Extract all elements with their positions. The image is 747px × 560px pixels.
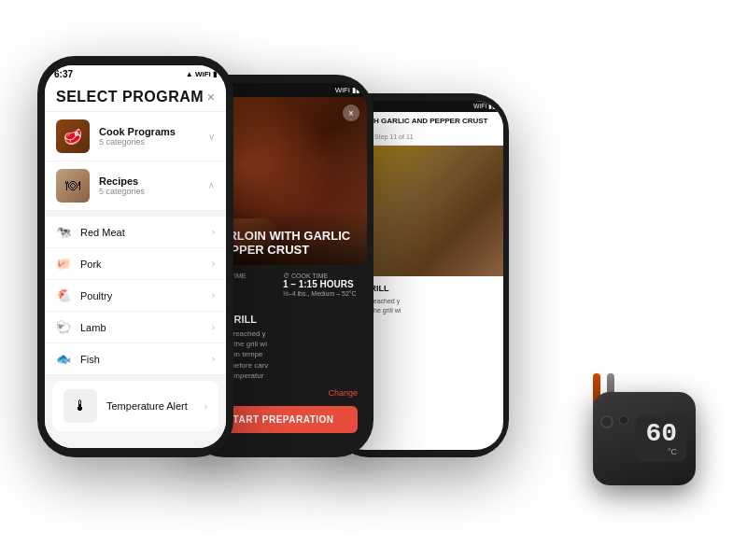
thermo-lens-2 bbox=[619, 415, 628, 425]
phone1-status-icons: ▲ WiFi ▮ bbox=[186, 70, 217, 78]
recipes-sub: 5 categories bbox=[99, 187, 208, 196]
cook-programs-item[interactable]: 🥩 Cook Programs 5 categories ∨ bbox=[45, 112, 226, 161]
fish-chevron: › bbox=[212, 354, 215, 364]
recipes-text: Recipes 5 categories bbox=[99, 175, 208, 196]
lamb-label: Lamb bbox=[80, 322, 212, 333]
recipe-close-icon: × bbox=[348, 108, 354, 119]
portion-info: ½–4 lbs., Medium – 52°C bbox=[283, 290, 358, 297]
red-meat-label: Red Meat bbox=[80, 227, 212, 238]
cook-programs-title: Cook Programs bbox=[99, 126, 208, 137]
lamb-item[interactable]: 🐑 Lamb › bbox=[45, 312, 226, 343]
cook-programs-sub: 5 categories bbox=[99, 137, 208, 147]
temp-alert-chevron: › bbox=[204, 401, 207, 412]
cook-programs-text: Cook Programs 5 categories bbox=[99, 126, 208, 147]
temp-alert-icon: 🌡 bbox=[63, 389, 97, 423]
phone1-screen: 6:37 ▲ WiFi ▮ SELECT PROGRAM × 🥩 Cook Pr… bbox=[45, 65, 226, 448]
cook-programs-chevron: ∨ bbox=[208, 132, 215, 142]
change-temp-link[interactable]: Change bbox=[328, 388, 358, 398]
phone1-status-bar: 6:37 ▲ WiFi ▮ bbox=[45, 65, 226, 81]
thermo-unit: °C bbox=[668, 447, 677, 456]
phone1-content: 🥩 Cook Programs 5 categories ∨ 🍽 Reci bbox=[45, 112, 226, 448]
fish-icon: 🐟 bbox=[56, 352, 71, 366]
menu-section-programs: 🥩 Cook Programs 5 categories ∨ 🍽 Reci bbox=[45, 112, 226, 211]
thermo-lens-1 bbox=[600, 415, 613, 428]
recipes-item[interactable]: 🍽 Recipes 5 categories ∨ bbox=[45, 161, 226, 211]
poultry-chevron: › bbox=[212, 290, 215, 301]
temp-alert-label: Temperature Alert bbox=[106, 400, 204, 412]
fish-label: Fish bbox=[80, 354, 212, 365]
thermometer-device: 60 °C bbox=[574, 373, 696, 485]
recipes-chevron: ∨ bbox=[208, 181, 215, 191]
pork-label: Pork bbox=[80, 259, 212, 270]
thermo-display: 60 °C bbox=[636, 415, 686, 462]
fish-item[interactable]: 🐟 Fish › bbox=[45, 343, 226, 375]
phone1-inner: 6:37 ▲ WiFi ▮ SELECT PROGRAM × 🥩 Cook Pr… bbox=[45, 65, 226, 448]
phone-select-program: 6:37 ▲ WiFi ▮ SELECT PROGRAM × 🥩 Cook Pr… bbox=[37, 56, 233, 457]
phone3-wifi: WiFi ▮▮ bbox=[473, 103, 496, 110]
red-meat-icon: 🐄 bbox=[56, 225, 71, 239]
cook-time-value: 1 – 1:15 HOURS bbox=[283, 279, 358, 290]
thermo-body: 60 °C bbox=[593, 392, 696, 485]
poultry-item[interactable]: 🐔 Poultry › bbox=[45, 280, 226, 312]
lamb-icon: 🐑 bbox=[56, 320, 71, 334]
red-meat-item[interactable]: 🐄 Red Meat › bbox=[45, 217, 226, 248]
cook-time-box: ⏱ COOK TIME 1 – 1:15 HOURS ½–4 lbs., Med… bbox=[283, 273, 358, 297]
pork-icon: 🐖 bbox=[56, 257, 71, 271]
cook-time-label: ⏱ COOK TIME bbox=[283, 273, 358, 279]
pork-item[interactable]: 🐖 Pork › bbox=[45, 248, 226, 280]
red-meat-chevron: › bbox=[212, 227, 215, 237]
simple-menu-section: 🐄 Red Meat › 🐖 Pork › 🐔 Poultry › bbox=[45, 217, 226, 375]
lamb-chevron: › bbox=[212, 322, 215, 332]
poultry-icon: 🐔 bbox=[56, 288, 71, 302]
phone1-time: 6:37 bbox=[54, 69, 73, 79]
recipes-title: Recipes bbox=[99, 175, 208, 187]
scene: 6:37 ▲ WiFi ▮ SELECT PROGRAM × 🥩 Cook Pr… bbox=[0, 0, 747, 560]
recipes-thumb: 🍽 bbox=[56, 169, 90, 203]
select-program-title: SELECT PROGRAM bbox=[56, 89, 204, 105]
cook-programs-thumb: 🥩 bbox=[56, 119, 90, 153]
recipe-close-button[interactable]: × bbox=[343, 105, 359, 121]
temp-alert-item[interactable]: 🌡 Temperature Alert › bbox=[52, 381, 218, 431]
phone1-header: SELECT PROGRAM × bbox=[45, 81, 226, 112]
thermo-number: 60 bbox=[645, 421, 677, 447]
close-button[interactable]: × bbox=[207, 90, 215, 105]
poultry-label: Poultry bbox=[80, 290, 212, 301]
pork-chevron: › bbox=[212, 259, 215, 269]
phone2-wifi: WiFi ▮▮ bbox=[335, 86, 359, 94]
